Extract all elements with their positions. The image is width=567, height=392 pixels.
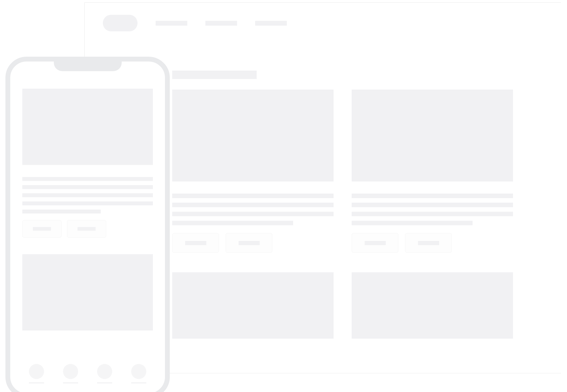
text-line-placeholder bbox=[22, 177, 153, 181]
phone-notch bbox=[54, 62, 122, 71]
button-label-placeholder bbox=[418, 241, 439, 245]
nav-item-1[interactable] bbox=[156, 21, 187, 26]
text-line-placeholder bbox=[172, 194, 334, 198]
text-line-placeholder bbox=[352, 194, 513, 198]
phone-card-image-placeholder[interactable] bbox=[22, 89, 153, 165]
text-line-placeholder bbox=[352, 203, 513, 207]
card-image-placeholder[interactable] bbox=[172, 90, 334, 182]
content-heading-placeholder bbox=[172, 71, 257, 79]
phone-mockup bbox=[5, 57, 170, 392]
nav-item-2[interactable] bbox=[205, 21, 237, 26]
cards-row-2 bbox=[172, 272, 561, 339]
card-image-placeholder[interactable] bbox=[352, 272, 513, 339]
phone-content bbox=[10, 62, 165, 330]
text-line-placeholder bbox=[172, 212, 334, 216]
phone-card-image-placeholder[interactable] bbox=[22, 254, 153, 330]
card-button-2[interactable] bbox=[405, 233, 452, 253]
tab-label-placeholder bbox=[63, 382, 78, 384]
tab-icon-placeholder bbox=[131, 364, 146, 379]
tab-icon-placeholder bbox=[63, 364, 78, 379]
card-3 bbox=[172, 272, 334, 339]
phone-button-2[interactable] bbox=[67, 220, 106, 238]
nav-item-3[interactable] bbox=[255, 21, 287, 26]
logo-placeholder[interactable] bbox=[103, 15, 138, 31]
button-label-placeholder bbox=[33, 227, 51, 231]
text-line-placeholder bbox=[172, 221, 293, 225]
button-label-placeholder bbox=[365, 241, 386, 245]
text-line-placeholder bbox=[172, 203, 334, 207]
cards-row-1 bbox=[172, 90, 561, 253]
text-line-placeholder bbox=[352, 212, 513, 216]
tab-item-2[interactable] bbox=[63, 364, 78, 384]
card-button-2[interactable] bbox=[226, 233, 272, 253]
card-image-placeholder[interactable] bbox=[172, 272, 334, 339]
button-label-placeholder bbox=[239, 241, 260, 245]
text-line-placeholder bbox=[22, 193, 153, 197]
card-buttons bbox=[172, 233, 334, 253]
card-buttons bbox=[352, 233, 513, 253]
tab-icon-placeholder bbox=[29, 364, 44, 379]
card-1 bbox=[172, 90, 334, 253]
card-2 bbox=[352, 90, 513, 253]
tab-icon-placeholder bbox=[97, 364, 112, 379]
button-label-placeholder bbox=[78, 227, 96, 231]
tab-label-placeholder bbox=[97, 382, 112, 384]
text-line-placeholder bbox=[22, 201, 153, 205]
card-4 bbox=[352, 272, 513, 339]
phone-tabbar bbox=[10, 364, 165, 384]
card-image-placeholder[interactable] bbox=[352, 90, 513, 182]
tab-item-4[interactable] bbox=[131, 364, 146, 384]
button-label-placeholder bbox=[185, 241, 206, 245]
tab-label-placeholder bbox=[131, 382, 146, 384]
browser-header bbox=[85, 3, 561, 43]
card-button-1[interactable] bbox=[172, 233, 219, 253]
phone-buttons bbox=[22, 220, 153, 238]
card-button-1[interactable] bbox=[352, 233, 398, 253]
text-line-placeholder bbox=[22, 185, 153, 189]
text-line-placeholder bbox=[352, 221, 473, 225]
tab-item-3[interactable] bbox=[97, 364, 112, 384]
tab-item-1[interactable] bbox=[29, 364, 44, 384]
text-line-placeholder bbox=[22, 210, 101, 213]
tab-label-placeholder bbox=[29, 382, 44, 384]
phone-button-1[interactable] bbox=[22, 220, 62, 238]
